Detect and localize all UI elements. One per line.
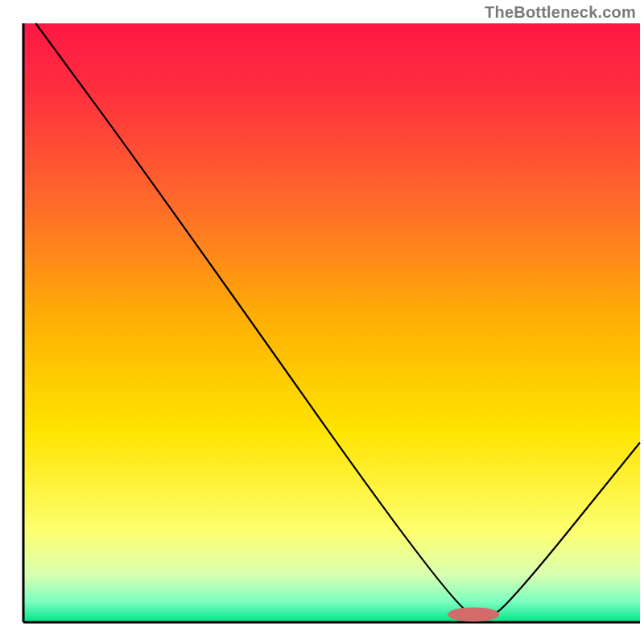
watermark-label: TheBottleneck.com [485,3,636,22]
bottleneck-chart [0,0,644,644]
optimal-point-marker [448,607,499,621]
chart-wrap: TheBottleneck.com [0,0,644,644]
plot-background [23,23,640,622]
